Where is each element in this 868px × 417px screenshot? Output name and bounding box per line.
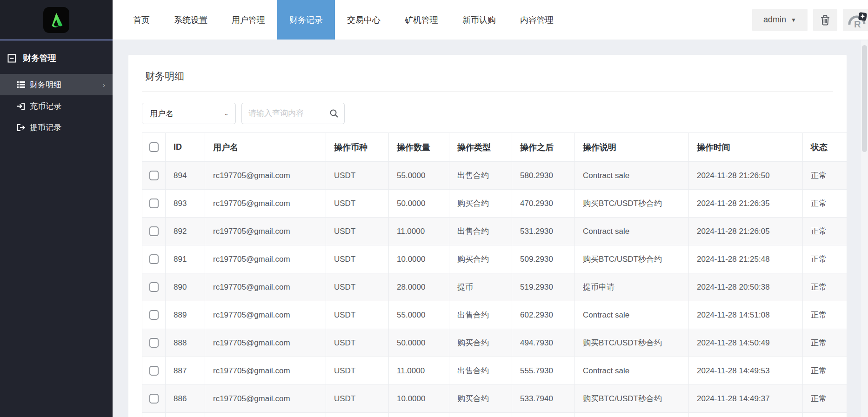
top-nav-item-3[interactable]: 财务记录 xyxy=(277,0,335,40)
sidebar-item-label: 财务明细 xyxy=(30,79,61,90)
cell-user: rc197705@gmail.com xyxy=(205,162,326,190)
chevron-down-icon: ⌄ xyxy=(224,111,229,116)
cell-amount: 28.0000 xyxy=(389,273,449,301)
cell-time: 2024-11-28 21:26:05 xyxy=(689,218,803,245)
trash-icon xyxy=(820,14,830,26)
scrollbar-thumb[interactable] xyxy=(862,45,867,152)
cell-status: 正常 xyxy=(803,218,847,245)
row-checkbox[interactable] xyxy=(149,199,159,208)
cell-checkbox xyxy=(142,357,166,385)
cell-status: 正常 xyxy=(803,190,847,218)
header-cell-5: 操作之后 xyxy=(512,133,575,162)
cell-checkbox xyxy=(142,329,166,357)
row-checkbox[interactable] xyxy=(149,254,159,264)
app-logo xyxy=(43,7,69,33)
cell-after: 533.7940 xyxy=(512,385,575,413)
cell-coin: USDT xyxy=(326,190,389,218)
admin-menu-button[interactable]: admin ▼ xyxy=(752,9,808,31)
cell-desc: 购买BTC/USDT秒合约 xyxy=(575,329,689,357)
sidebar-item-0[interactable]: 财务明细› xyxy=(0,74,113,95)
header-cell-7: 操作时间 xyxy=(689,133,803,162)
sidebar-item-2[interactable]: 提币记录 xyxy=(0,117,113,138)
cell-type: 购买合约 xyxy=(449,329,512,357)
cell-type: 购买合约 xyxy=(449,190,512,218)
table-row: 886rc197705@gmail.comUSDT10.0000购买合约533.… xyxy=(142,385,847,413)
trash-button[interactable] xyxy=(813,9,837,31)
row-checkbox[interactable] xyxy=(149,310,159,320)
sidebar: 财务管理 财务明细›充币记录提币记录 xyxy=(0,40,113,417)
row-checkbox[interactable] xyxy=(149,338,159,348)
topbar-actions: admin ▼ R xyxy=(752,0,868,40)
table-row: 894rc197705@gmail.comUSDT55.0000出售合约580.… xyxy=(142,162,847,190)
cell-coin: USDT xyxy=(326,218,389,245)
row-checkbox[interactable] xyxy=(149,171,159,180)
cell-status: 正常 xyxy=(803,273,847,301)
cell-user: rc197705@gmail.com xyxy=(205,413,326,417)
cell-time: 2024-11-28 21:25:48 xyxy=(689,245,803,273)
top-nav-item-0[interactable]: 首页 xyxy=(121,0,162,40)
cell-desc: 购买BTC/USDT秒合约 xyxy=(575,245,689,273)
cell-user: rc197705@gmail.com xyxy=(205,245,326,273)
cell-checkbox xyxy=(142,413,166,417)
cell-coin: USDT xyxy=(326,385,389,413)
top-nav-item-7[interactable]: 内容管理 xyxy=(508,0,566,40)
cell-desc: 购买BTC/USDT秒合约 xyxy=(575,190,689,218)
row-checkbox[interactable] xyxy=(149,394,159,404)
search-input[interactable] xyxy=(248,109,329,118)
cell-desc: 购买BTC/USDT秒合约 xyxy=(575,385,689,413)
cell-checkbox xyxy=(142,218,166,245)
sidebar-item-label: 提币记录 xyxy=(30,122,61,133)
list-icon xyxy=(17,81,25,88)
cell-type: 购买合约 xyxy=(449,385,512,413)
cell-amount: 11.0000 xyxy=(389,357,449,385)
cell-checkbox xyxy=(142,385,166,413)
chevron-right-icon: › xyxy=(103,81,105,89)
table-row: 893rc197705@gmail.comUSDT50.0000购买合约470.… xyxy=(142,190,847,218)
top-nav-item-4[interactable]: 交易中心 xyxy=(335,0,393,40)
cell-time: 2024-11-28 14:49:53 xyxy=(689,357,803,385)
cell-after: 580.7940 xyxy=(512,413,575,417)
sidebar-section-finance[interactable]: 财务管理 xyxy=(0,40,113,74)
top-nav-item-6[interactable]: 新币认购 xyxy=(450,0,508,40)
cell-desc: 提币申请 xyxy=(575,273,689,301)
admin-label: admin xyxy=(763,15,786,25)
cell-amount: 55.0000 xyxy=(389,301,449,329)
content-card: 财务明细 用户名 ⌄ xyxy=(128,55,847,417)
cell-user: rc197705@gmail.com xyxy=(205,218,326,245)
header-cell-8: 状态 xyxy=(803,133,847,162)
cell-id: 885 xyxy=(166,413,205,417)
search-icon[interactable] xyxy=(329,109,339,118)
cell-amount: 50.0000 xyxy=(389,329,449,357)
table-row: 885rc197705@gmail.comUSDT55.0000出售合约580.… xyxy=(142,413,847,417)
cell-id: 890 xyxy=(166,273,205,301)
row-checkbox[interactable] xyxy=(149,226,159,236)
cell-checkbox xyxy=(142,162,166,190)
cell-checkbox xyxy=(142,190,166,218)
sidebar-item-1[interactable]: 充币记录 xyxy=(0,95,113,117)
cell-amount: 11.0000 xyxy=(389,218,449,245)
table-row: 888rc197705@gmail.comUSDT50.0000购买合约494.… xyxy=(142,329,847,357)
cell-status: 正常 xyxy=(803,385,847,413)
top-nav-item-5[interactable]: 矿机管理 xyxy=(393,0,450,40)
cell-id: 887 xyxy=(166,357,205,385)
cell-id: 886 xyxy=(166,385,205,413)
cell-user: rc197705@gmail.com xyxy=(205,329,326,357)
cell-time: 2024-11-28 21:26:50 xyxy=(689,162,803,190)
table-row: 892rc197705@gmail.comUSDT11.0000出售合约531.… xyxy=(142,218,847,245)
scrollbar[interactable] xyxy=(861,40,868,417)
filter-field-select[interactable]: 用户名 ⌄ xyxy=(142,103,236,124)
cell-desc: Contract sale xyxy=(575,218,689,245)
select-all-checkbox[interactable] xyxy=(149,142,159,152)
header-cell-checkbox xyxy=(142,133,166,162)
top-nav-item-1[interactable]: 系统设置 xyxy=(162,0,220,40)
cell-id: 894 xyxy=(166,162,205,190)
logout-button[interactable]: R xyxy=(843,9,868,31)
row-checkbox[interactable] xyxy=(149,282,159,292)
finance-table: ID用户名操作币种操作数量操作类型操作之后操作说明操作时间状态 894rc197… xyxy=(142,132,847,417)
top-nav-item-2[interactable]: 用户管理 xyxy=(220,0,277,40)
sidebar-item-label: 充币记录 xyxy=(30,101,61,112)
top-nav: 首页系统设置用户管理财务记录交易中心矿机管理新币认购内容管理 xyxy=(121,0,566,40)
row-checkbox[interactable] xyxy=(149,366,159,376)
cell-after: 519.2930 xyxy=(512,273,575,301)
sign-out-icon xyxy=(17,124,25,132)
